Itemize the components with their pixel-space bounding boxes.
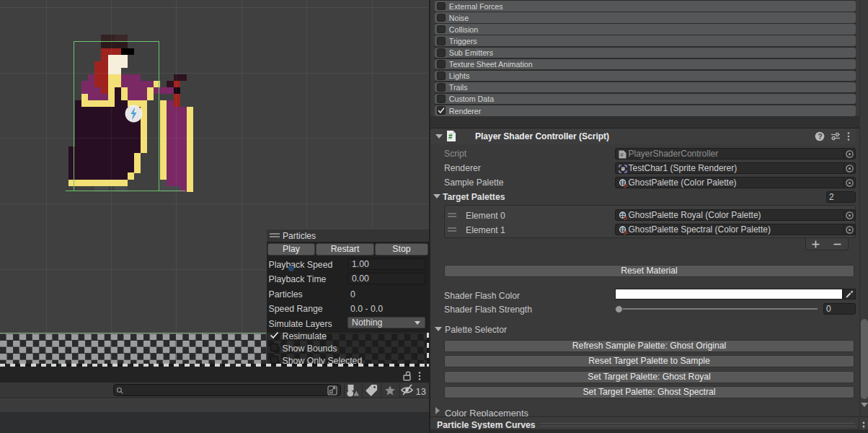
- svg-text:?: ?: [818, 133, 822, 141]
- svg-text:#: #: [448, 133, 453, 141]
- svg-text:#: #: [620, 152, 624, 158]
